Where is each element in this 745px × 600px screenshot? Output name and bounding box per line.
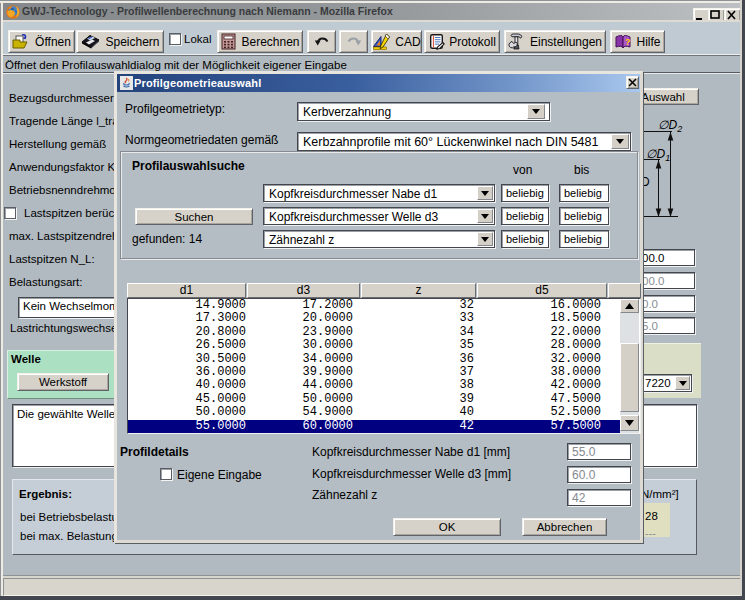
svg-text:?: ? [625, 37, 631, 47]
